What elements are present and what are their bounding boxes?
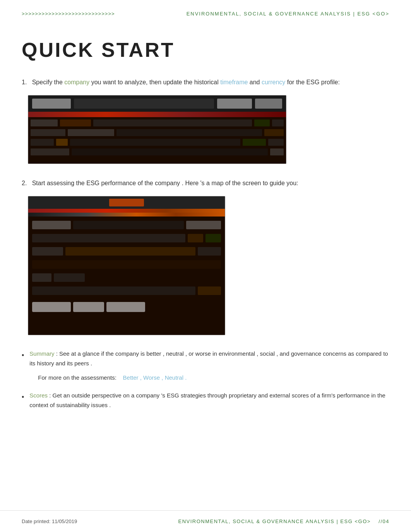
- summary-text: : See at a glance if the company is bett…: [29, 350, 388, 367]
- timeframe-link[interactable]: timeframe: [220, 79, 248, 85]
- step-1-after-company: you want to analyze, then update the his…: [91, 79, 219, 85]
- for-more-section: For more on the assessments: Better , Wo…: [38, 373, 389, 382]
- footer-page-number: //04: [378, 518, 389, 524]
- bullet-section: • Summary : See at a glance if the compa…: [22, 349, 389, 410]
- step-2-text: 2. Start assessing the ESG performance o…: [22, 178, 389, 188]
- bullet-scores: • Scores : Get an outside perspective on…: [22, 391, 389, 410]
- currency-link[interactable]: currency: [262, 79, 285, 85]
- footer-date-label: Date printed:: [22, 518, 50, 524]
- step-1-before-company: Specify the: [32, 79, 63, 85]
- step-1-and: and: [250, 79, 262, 85]
- page-header: >>>>>>>>>>>>>>>>>>>>>>>>>>>> ENVIRONMENT…: [0, 0, 411, 23]
- header-arrows: >>>>>>>>>>>>>>>>>>>>>>>>>>>>: [22, 11, 115, 17]
- bullet-summary-content: Summary : See at a glance if the company…: [29, 349, 389, 382]
- footer-title: ENVIRONMENTAL, SOCIAL & GOVERNANCE ANALY…: [178, 518, 389, 524]
- worse-link[interactable]: Worse ,: [143, 374, 163, 381]
- scores-label[interactable]: Scores: [29, 392, 48, 399]
- step-1-number: 1.: [22, 79, 27, 85]
- main-content: QUICK START 1. Specify the company you w…: [0, 23, 411, 442]
- bullet-dot-2: •: [22, 392, 24, 403]
- step-2-number: 2.: [22, 180, 27, 186]
- bullet-scores-content: Scores : Get an outside perspective on a…: [29, 391, 389, 410]
- step-1: 1. Specify the company you want to analy…: [22, 77, 389, 164]
- scores-text: : Get an outside perspective on a compan…: [29, 392, 385, 408]
- summary-label[interactable]: Summary: [29, 350, 54, 357]
- step-2-content: Start assessing the ESG performance of t…: [32, 180, 298, 186]
- footer-date: Date printed: 11/05/2019: [22, 518, 77, 524]
- step-1-after-currency: for the ESG profile:: [287, 79, 340, 85]
- screenshot-1: [28, 95, 286, 164]
- bullet-dot-1: •: [22, 350, 24, 361]
- bullet-summary: • Summary : See at a glance if the compa…: [22, 349, 389, 382]
- step-2: 2. Start assessing the ESG performance o…: [22, 178, 389, 335]
- page-footer: Date printed: 11/05/2019 ENVIRONMENTAL, …: [0, 510, 411, 532]
- better-link[interactable]: Better ,: [123, 374, 142, 381]
- page-title: QUICK START: [22, 38, 389, 61]
- company-link[interactable]: company: [64, 79, 89, 85]
- footer-date-value: 11/05/2019: [52, 518, 77, 524]
- header-title: ENVIRONMENTAL, SOCIAL & GOVERNANCE ANALY…: [187, 11, 389, 17]
- step-1-text: 1. Specify the company you want to analy…: [22, 77, 389, 87]
- footer-title-text: ENVIRONMENTAL, SOCIAL & GOVERNANCE ANALY…: [178, 518, 370, 524]
- neutral-link[interactable]: Neutral .: [165, 374, 187, 381]
- for-more-text: For more on the assessments:: [38, 374, 116, 381]
- screenshot-2: [28, 196, 225, 335]
